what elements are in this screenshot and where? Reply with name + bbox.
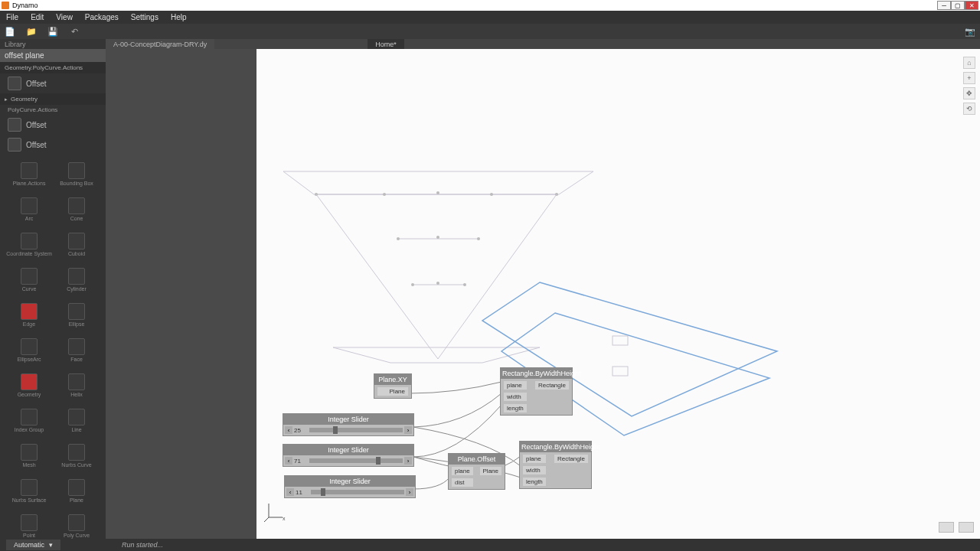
svg-point-14 — [411, 283, 414, 286]
svg-point-16 — [463, 283, 466, 286]
maximize-button[interactable]: ▢ — [951, 1, 965, 10]
node-plane-offset[interactable]: Plane.Offset plane dist Plane — [448, 453, 505, 490]
grid-face[interactable]: Face — [54, 334, 100, 367]
undo-icon[interactable]: ↶ — [69, 26, 80, 37]
view-mode-toggle[interactable] — [939, 522, 954, 533]
svg-point-11 — [436, 236, 439, 239]
canvas[interactable]: ⌂ + ✥ ⟲ Plane.XY Plane Rectangle.ByWidth… — [256, 49, 980, 539]
slider-value: 11 — [296, 489, 309, 496]
axis-widget-icon: x — [263, 500, 286, 523]
grid-coord[interactable]: Coordinate System — [6, 228, 52, 262]
grid-curve[interactable]: Curve — [6, 263, 52, 297]
pan-icon[interactable]: ✥ — [963, 87, 975, 99]
slider-right-arrow-icon[interactable]: › — [404, 426, 412, 434]
node-input-dist[interactable]: dist — [452, 478, 473, 487]
node-output-plane[interactable]: Plane — [480, 467, 501, 475]
app-title: Dynamo — [12, 2, 38, 9]
save-file-icon[interactable]: 💾 — [47, 26, 58, 37]
node-input-length[interactable]: length — [504, 404, 527, 412]
slider-thumb[interactable] — [376, 457, 381, 465]
grid-nurbs-surf[interactable]: Nurbs Surface — [6, 474, 52, 508]
node-input-width[interactable]: width — [523, 466, 546, 474]
slider-left-arrow-icon[interactable]: ‹ — [285, 426, 292, 434]
mid-panel — [106, 49, 256, 539]
svg-point-15 — [436, 282, 439, 285]
slider-track[interactable] — [309, 428, 403, 432]
node-rectangle-2[interactable]: Rectangle.ByWidthHeight plane width leng… — [519, 441, 592, 489]
layout-toggle[interactable] — [959, 522, 974, 533]
node-output-plane[interactable]: Plane — [377, 387, 408, 396]
menu-packages[interactable]: Packages — [85, 13, 119, 21]
menu-help[interactable]: Help — [171, 13, 187, 21]
toolbar: 📄 📁 💾 ↶ 📷 — [0, 24, 980, 39]
grid-arc[interactable]: Arc — [6, 193, 52, 227]
tab-file1[interactable]: A-00-ConceptDiagram-DRY.dy — [106, 39, 214, 49]
tab-file2[interactable]: Home* — [368, 39, 404, 49]
menu-edit[interactable]: Edit — [31, 13, 44, 21]
grid-bounding-box[interactable]: Bounding Box — [54, 158, 100, 191]
node-integer-slider-3[interactable]: Integer Slider ‹ 11 › — [284, 475, 416, 498]
node-input-plane[interactable]: plane — [452, 467, 473, 475]
node-integer-slider-2[interactable]: Integer Slider ‹ 71 › — [283, 444, 414, 467]
grid-cuboid[interactable]: Cuboid — [54, 228, 100, 262]
node-input-width[interactable]: width — [504, 393, 527, 401]
grid-cone[interactable]: Cone — [54, 193, 100, 227]
node-input-length[interactable]: length — [523, 478, 546, 486]
menu-settings[interactable]: Settings — [131, 13, 158, 21]
lib-item-offset3[interactable]: Offset — [0, 135, 106, 155]
grid-mesh[interactable]: Mesh — [6, 439, 52, 473]
grid-helix[interactable]: Helix — [54, 369, 100, 403]
chevron-down-icon: ▾ — [49, 541, 53, 549]
menubar: File Edit View Packages Settings Help — [0, 11, 980, 24]
node-input-plane[interactable]: plane — [504, 381, 527, 390]
grid-point[interactable]: Point — [6, 510, 52, 543]
tab-strip: Library A-00-ConceptDiagram-DRY.dy Home* — [0, 39, 980, 49]
bottom-view-controls — [939, 522, 974, 533]
run-mode-button[interactable]: Automatic▾ — [6, 540, 60, 550]
node-plane-xy[interactable]: Plane.XY Plane — [374, 373, 412, 399]
slider-track[interactable] — [311, 490, 404, 494]
lib-item-offset1[interactable]: Offset — [0, 73, 106, 93]
grid-ellipse-arc[interactable]: EllipseArc — [6, 334, 52, 367]
slider-thumb[interactable] — [321, 488, 325, 496]
new-file-icon[interactable]: 📄 — [5, 26, 15, 37]
node-input-plane[interactable]: plane — [523, 455, 546, 463]
close-button[interactable]: ✕ — [965, 1, 978, 10]
menu-file[interactable]: File — [6, 13, 18, 21]
minimize-button[interactable]: ─ — [937, 1, 951, 10]
menu-view[interactable]: View — [56, 13, 73, 21]
slider-left-arrow-icon[interactable]: ‹ — [286, 488, 294, 496]
open-file-icon[interactable]: 📁 — [26, 26, 37, 37]
slider-track[interactable] — [309, 458, 403, 463]
slider-thumb[interactable] — [333, 426, 338, 434]
grid-plane[interactable]: Plane — [54, 474, 100, 508]
lib-category-geometry[interactable]: ▸Geometry — [0, 93, 106, 105]
grid-cylinder[interactable]: Cylinder — [54, 263, 100, 297]
grid-edge[interactable]: Edge — [6, 298, 52, 332]
slider-left-arrow-icon[interactable]: ‹ — [285, 457, 292, 465]
zoom-in-icon[interactable]: + — [963, 72, 975, 84]
camera-icon[interactable]: 📷 — [965, 26, 975, 37]
node-rectangle-1[interactable]: Rectangle.ByWidthHeight plane width leng… — [500, 367, 573, 416]
grid-line[interactable]: Line — [54, 404, 100, 438]
node-header: Integer Slider — [283, 445, 413, 455]
grid-nurbs[interactable]: Nurbs Curve — [54, 439, 100, 473]
slider-right-arrow-icon[interactable]: › — [406, 488, 413, 496]
node-output-rect[interactable]: Rectangle — [535, 381, 569, 390]
slider-right-arrow-icon[interactable]: › — [404, 457, 412, 465]
node-output-rect[interactable]: Rectangle — [554, 455, 588, 463]
window-controls: ─ ▢ ✕ — [937, 1, 978, 10]
grid-plane-actions[interactable]: Plane.Actions — [6, 158, 52, 191]
lib-item-offset2[interactable]: Offset — [0, 115, 106, 135]
node-header: Plane.Offset — [449, 454, 505, 465]
node-integer-slider-1[interactable]: Integer Slider ‹ 25 › — [283, 413, 414, 436]
grid-geometry[interactable]: Geometry — [6, 369, 52, 403]
slider-value: 25 — [294, 427, 308, 434]
svg-point-5 — [490, 193, 493, 196]
grid-ellipse[interactable]: Ellipse — [54, 298, 100, 332]
grid-index-group[interactable]: Index Group — [6, 404, 52, 438]
search-input[interactable] — [0, 49, 106, 62]
orbit-icon[interactable]: ⟲ — [963, 103, 975, 115]
grid-poly[interactable]: Poly Curve — [54, 510, 100, 543]
zoom-fit-icon[interactable]: ⌂ — [963, 57, 975, 69]
